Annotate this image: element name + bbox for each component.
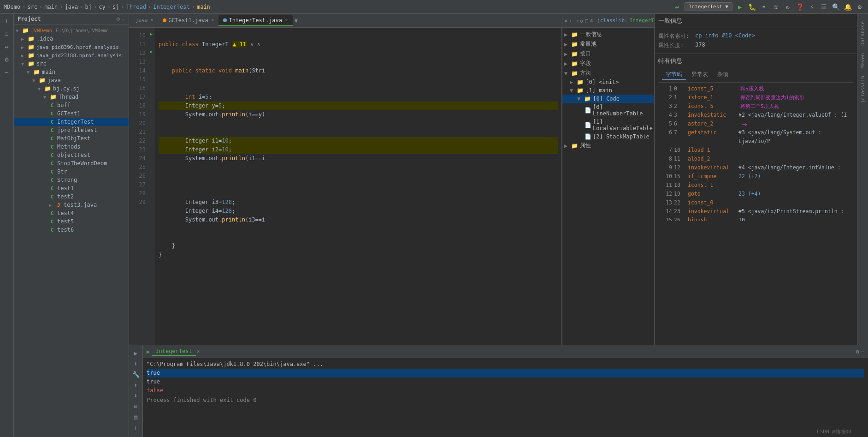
help-icon[interactable]: ❓ <box>795 3 804 11</box>
tree-root[interactable]: ▼ 📁 JVMDemo F:\D\jianda\JVMDemo <box>14 26 129 35</box>
bc-tab-bytecode[interactable]: 字节码 <box>662 70 686 80</box>
tree-idea[interactable]: ▶ 📁 .idea <box>14 35 129 43</box>
sidebar-close-icon[interactable]: − <box>122 16 125 22</box>
tree-hprof1[interactable]: ▶ 📁 java_pid8396.hprof.analysis <box>14 43 129 51</box>
scroll-icon[interactable]: ↓ <box>133 423 139 432</box>
tab-gctest1[interactable]: GCTest1.java × <box>158 15 218 26</box>
tree-jprofiletest[interactable]: C jprofiletest <box>14 126 129 134</box>
breadcrumb-mDemo[interactable]: MDemo <box>4 4 20 10</box>
stop-button[interactable]: ↻ <box>783 3 792 11</box>
close-icon-run[interactable]: − <box>861 348 864 355</box>
minimize-icon[interactable]: − <box>3 67 10 78</box>
tab-close-icon[interactable]: × <box>151 17 154 23</box>
breadcrumb-thread[interactable]: Thread <box>126 4 146 10</box>
breadcrumb-main-method[interactable]: main <box>197 4 210 10</box>
tree-matobjtest[interactable]: C MatObjTest <box>14 134 129 143</box>
maximize-icon[interactable]: □ <box>585 18 588 24</box>
gear-icon[interactable]: ⚙ <box>3 54 10 65</box>
tab-close-icon[interactable]: × <box>285 17 288 23</box>
breadcrumb-cy[interactable]: cy <box>99 4 105 10</box>
bc-tab-misc[interactable]: 杂项 <box>714 70 732 80</box>
find-action-icon[interactable]: ⚡ <box>807 3 816 11</box>
tree-integertest[interactable]: C IntegerTest <box>14 118 129 126</box>
tree-test4[interactable]: C test4 <box>14 209 129 217</box>
run-gutter-12[interactable]: ▶ <box>150 49 153 58</box>
layout-icon[interactable]: ☰ <box>819 3 828 11</box>
breadcrumb-sj[interactable]: sj <box>112 4 119 10</box>
tree-objecttest[interactable]: C objectTest <box>14 151 129 159</box>
refresh-icon[interactable]: ↺ <box>580 18 583 24</box>
jclasslib-node-main[interactable]: ▼ 📁 [1] main <box>562 86 654 95</box>
tree-src[interactable]: ▼ 📁 src <box>14 60 129 68</box>
tree-main[interactable]: ▼ 📁 main <box>14 68 129 76</box>
code-text[interactable]: public class IntegerT ▲ 11 ∨ ∧ public st… <box>155 28 561 345</box>
debug-button[interactable]: 🐛 <box>747 3 756 11</box>
tab-overflow-icon[interactable]: ▼ <box>295 18 298 24</box>
jclasslib-node-methods[interactable]: ▼ 📁 方法 <box>562 68 654 78</box>
breadcrumb-src[interactable]: src <box>27 4 37 10</box>
settings-icon-run[interactable]: ⚙ <box>856 348 859 355</box>
forward-icon[interactable]: → <box>574 18 578 24</box>
breadcrumb-java[interactable]: java <box>65 4 78 10</box>
tree-strong[interactable]: C Strong <box>14 176 129 184</box>
filter-icon[interactable]: ⊟ <box>133 402 139 411</box>
tree-buff[interactable]: C buff <box>14 101 129 109</box>
integertest-tab[interactable]: IntegerTest.java <box>630 18 654 24</box>
breadcrumb-bj[interactable]: bj <box>85 4 92 10</box>
tree-methods[interactable]: C Methods <box>14 143 129 151</box>
jclasslib-node-general[interactable]: ▶ 📁 一般信息 <box>562 30 654 39</box>
settings-icon[interactable]: ⚙ <box>855 3 864 11</box>
profile-button[interactable]: ≋ <box>771 3 780 11</box>
run-icon[interactable]: ▶ <box>133 349 139 358</box>
jclasslib-node-fields[interactable]: ▶ 📁 字段 <box>562 59 654 68</box>
tree-test5[interactable]: C test5 <box>14 217 129 226</box>
jclasslib-node-attributes[interactable]: ▶ 📁 属性 <box>562 141 654 150</box>
database-tab[interactable]: Database <box>858 18 868 49</box>
tree-test6[interactable]: C test6 <box>14 226 129 234</box>
collapse-icon[interactable]: ≡ <box>3 29 10 39</box>
run-button[interactable]: ▶ <box>735 3 744 11</box>
bc-tab-exception[interactable]: 异常表 <box>688 70 712 80</box>
breadcrumb-integertest[interactable]: IntegerTest <box>153 4 189 10</box>
jclasslib-node-stackmap[interactable]: 📄 [2] StackMapTable <box>562 132 654 141</box>
jclasslib-node-interfaces[interactable]: ▶ 📁 接口 <box>562 49 654 59</box>
tree-stoptheworddeom[interactable]: C StopTheWordDeom <box>14 159 129 168</box>
tree-hprof2[interactable]: ▶ 📁 java_pid23188.hprof.analysis <box>14 51 129 60</box>
coverage-button[interactable]: ☂ <box>759 3 768 11</box>
expand-icon[interactable]: ↔ <box>3 42 10 52</box>
tree-str[interactable]: C Str <box>14 168 129 176</box>
breadcrumb-main[interactable]: main <box>44 4 58 10</box>
step-over-icon[interactable]: ⬇ <box>133 359 139 368</box>
tab-close-icon[interactable]: × <box>211 17 214 23</box>
tree-gctest1[interactable]: C GCTest1 <box>14 109 129 118</box>
add-icon[interactable]: + <box>3 16 10 26</box>
tree-test2[interactable]: C test2 <box>14 192 129 201</box>
run-config-selector[interactable]: IntegerTest ▼ <box>685 2 732 11</box>
jclasslib-node-localvariable[interactable]: 📄 [1] LocalVariableTable <box>562 118 654 132</box>
tree-test3[interactable]: ▶ J test3.java <box>14 201 129 209</box>
tree-thread-folder[interactable]: ▼ 📁 Thread <box>14 93 129 101</box>
jclasslib-node-init[interactable]: ▶ 📁 [0] <init> <box>562 78 654 86</box>
maven-tab[interactable]: Maven <box>858 49 868 72</box>
tab-java[interactable]: java × <box>131 15 158 26</box>
jclasslib-node-constants[interactable]: ▶ 📁 常量池 <box>562 39 654 49</box>
tree-bj-cy-sj[interactable]: ▼ 📁 bj.cy.sj <box>14 84 129 93</box>
jclasslib-node-code[interactable]: ▼ 📁 [0] Code <box>562 95 654 103</box>
sidebar-settings-icon[interactable]: ⚙ <box>117 16 120 22</box>
up-icon[interactable]: ⬆ <box>133 381 139 389</box>
back-icon[interactable]: ↩ <box>673 3 682 11</box>
tree-java[interactable]: ▼ 📁 java <box>14 76 129 84</box>
run-tab-close[interactable]: × <box>197 348 200 354</box>
tab-integertest[interactable]: IntegerTest.java × <box>218 15 292 26</box>
notifications-icon[interactable]: 🔔 <box>843 3 852 11</box>
tree-test1[interactable]: C test1 <box>14 184 129 192</box>
format-icon[interactable]: ▤ <box>133 413 139 421</box>
jclasslib-sidebar-tab[interactable]: jclasslib <box>858 72 868 107</box>
jclasslib-node-linenumber[interactable]: 📄 [0] LineNumberTable <box>562 103 654 118</box>
down-icon[interactable]: ⬇ <box>133 391 139 400</box>
close-panel-icon[interactable]: × <box>564 18 567 24</box>
expand-all-icon[interactable]: ⊕ <box>590 18 593 24</box>
back-icon[interactable]: ← <box>569 18 573 24</box>
run-gutter-10[interactable]: ▶ <box>150 31 153 40</box>
run-tab[interactable]: IntegerTest <box>152 347 195 356</box>
